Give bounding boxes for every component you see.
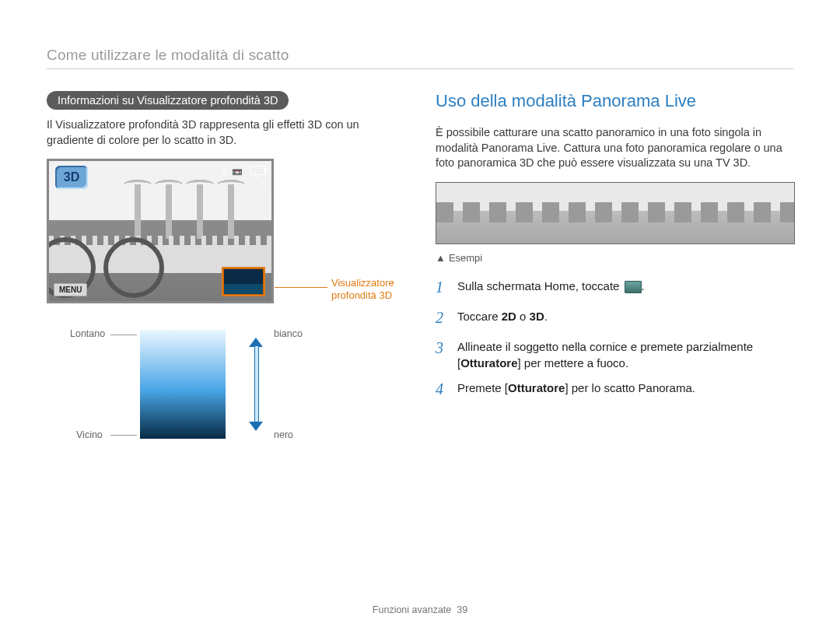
intro-paragraph: È possibile catturare una scatto panoram… [436,125,793,171]
legend-far-label: Lontano [70,328,105,339]
3d-badge-icon: 3D [55,166,88,189]
callout-line2: profondità 3D [331,289,392,301]
step-text-fragment: o [516,310,530,323]
palm-illustration [197,184,203,239]
step-number: 4 [436,378,448,401]
step-number: 3 [436,337,448,359]
step-text: Sulla schermata Home, toccate . [457,278,645,295]
memory-icon: 📼 [232,167,243,177]
section-pill: Informazioni su Visualizzatore profondit… [47,91,289,110]
callout-leader [275,287,327,288]
flash-icon: ⚡ [222,179,265,189]
two-column-layout: Informazioni su Visualizzatore profondit… [47,91,793,454]
double-arrow-icon [249,345,263,423]
skyline-silhouette [436,202,794,223]
callout-line1: Visualizzatore [331,277,394,289]
gradient-swatch [140,330,226,439]
legend-black-label: nero [274,429,293,440]
step-item: 3 Allineate il soggetto nella cornice e … [436,338,793,373]
page-footer: Funzioni avanzate 39 [0,604,840,615]
step-text-fragment: . [544,310,548,323]
step-text: Allineate il soggetto nella cornice e pr… [457,338,793,373]
step-text-bold: Otturatore [508,381,565,394]
callout-label: Visualizzatore profondità 3D [331,277,394,301]
step-text-fragment: Premete [ [457,381,508,394]
leader-line [110,435,137,436]
manual-page: Come utilizzare le modalità di scatto In… [0,0,840,634]
step-text-bold: 3D [530,310,544,323]
camera-screen-figure: 3D 2 📼 ⚡ MENU Visualizzatore [47,159,274,303]
divider [47,68,793,69]
step-text-fragment: ] per mettere a fuoco. [518,356,629,370]
gradient-legend: Lontano bianco Vicino nero [47,330,404,454]
camera-screen: 3D 2 📼 ⚡ MENU [47,159,274,303]
battery-icon [250,166,265,175]
panorama-example-image [436,182,795,244]
palm-illustration [228,184,234,239]
step-text-bold: 2D [502,310,516,323]
breadcrumb: Come utilizzare le modalità di scatto [47,47,793,64]
step-text-fragment: ] per lo scatto Panorama. [565,381,695,394]
osd-count: 2 [222,167,227,177]
column-right: Uso della modalità Panorama Live È possi… [436,91,793,454]
step-number: 1 [436,276,448,299]
step-text: Toccare 2D o 3D. [457,308,548,325]
step-text-bold: Otturatore [460,356,517,370]
step-item: 1 Sulla schermata Home, toccate . [436,278,793,300]
leader-line [110,335,137,335]
legend-near-label: Vicino [76,429,103,440]
triangle-up-icon: ▲ [436,252,446,264]
osd-overlay: 2 📼 ⚡ [222,166,265,191]
example-caption: ▲Esempi [436,252,793,264]
depth-thumbnail [222,267,265,296]
osd-row: 2 📼 [222,166,265,177]
step-item: 2 Toccare 2D o 3D. [436,308,793,331]
step-text: Premete [Otturatore] per lo scatto Panor… [457,380,695,397]
footer-page-number: 39 [457,604,467,615]
panorama-mode-icon [625,281,642,293]
intro-paragraph: Il Visualizzatore profondità 3D rapprese… [47,117,404,148]
menu-button[interactable]: MENU [54,283,87,296]
palm-illustration [135,184,141,239]
palm-illustration [166,184,172,239]
legend-white-label: bianco [274,328,303,339]
section-heading: Uso della modalità Panorama Live [436,91,793,111]
step-number: 2 [436,306,448,329]
step-text-fragment: Toccare [457,310,502,323]
example-caption-text: Esempi [449,252,482,264]
footer-section: Funzioni avanzate [373,604,451,615]
step-text-fragment: Sulla schermata Home, toccate [457,279,619,292]
step-text-fragment: . [642,279,645,292]
column-left: Informazioni su Visualizzatore profondit… [47,91,404,454]
steps-list: 1 Sulla schermata Home, toccate . 2 Tocc… [436,278,793,403]
wheel-illustration [103,237,164,298]
step-item: 4 Premete [Otturatore] per lo scatto Pan… [436,380,793,402]
